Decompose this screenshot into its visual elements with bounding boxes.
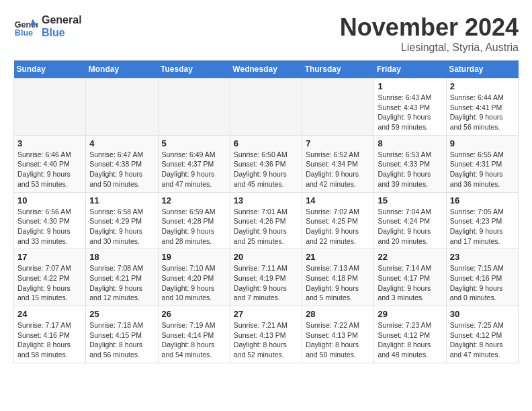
day-info: Sunrise: 7:01 AM Sunset: 4:26 PM Dayligh… [234,207,298,246]
day-number: 24 [17,309,82,319]
calendar-cell: 5Sunrise: 6:49 AM Sunset: 4:37 PM Daylig… [158,135,230,192]
calendar-cell: 2Sunrise: 6:44 AM Sunset: 4:41 PM Daylig… [446,79,518,136]
calendar-cell: 16Sunrise: 7:05 AM Sunset: 4:23 PM Dayli… [446,192,518,249]
day-number: 7 [306,138,370,148]
day-info: Sunrise: 7:11 AM Sunset: 4:19 PM Dayligh… [234,263,298,303]
title-area: November 2024 Liesingtal, Styria, Austri… [340,13,519,54]
weekday-header-sunday: Sunday [14,60,86,79]
calendar-cell [230,79,302,136]
header-area: General Blue General Blue November 2024 … [13,13,519,54]
calendar-cell: 14Sunrise: 7:02 AM Sunset: 4:25 PM Dayli… [302,192,374,249]
calendar-cell: 3Sunrise: 6:46 AM Sunset: 4:40 PM Daylig… [14,135,86,192]
weekday-header-thursday: Thursday [302,60,374,79]
day-info: Sunrise: 6:46 AM Sunset: 4:40 PM Dayligh… [17,150,82,189]
day-number: 12 [162,195,226,205]
day-number: 29 [378,309,442,319]
day-info: Sunrise: 7:04 AM Sunset: 4:24 PM Dayligh… [378,207,442,246]
weekday-header-friday: Friday [374,60,446,79]
calendar-cell: 7Sunrise: 6:52 AM Sunset: 4:34 PM Daylig… [302,135,374,192]
day-number: 21 [306,252,370,262]
day-info: Sunrise: 7:02 AM Sunset: 4:25 PM Dayligh… [306,207,370,246]
weekday-header-row: SundayMondayTuesdayWednesdayThursdayFrid… [14,60,519,79]
calendar-cell: 13Sunrise: 7:01 AM Sunset: 4:26 PM Dayli… [230,192,302,249]
calendar-cell: 4Sunrise: 6:47 AM Sunset: 4:38 PM Daylig… [86,135,158,192]
calendar-table: SundayMondayTuesdayWednesdayThursdayFrid… [13,60,519,363]
location-subtitle: Liesingtal, Styria, Austria [340,42,519,54]
calendar-cell: 1Sunrise: 6:43 AM Sunset: 4:43 PM Daylig… [374,79,446,136]
calendar-week-3: 10Sunrise: 6:56 AM Sunset: 4:30 PM Dayli… [14,192,519,249]
day-number: 30 [450,309,515,319]
day-number: 16 [450,195,515,205]
weekday-header-monday: Monday [86,60,158,79]
day-info: Sunrise: 6:55 AM Sunset: 4:31 PM Dayligh… [450,150,515,189]
day-info: Sunrise: 7:25 AM Sunset: 4:12 PM Dayligh… [450,320,515,360]
day-number: 4 [89,138,154,148]
day-number: 28 [306,309,370,319]
day-number: 5 [162,138,226,148]
calendar-cell: 29Sunrise: 7:23 AM Sunset: 4:12 PM Dayli… [374,306,446,363]
calendar-cell [158,79,230,136]
calendar-cell: 20Sunrise: 7:11 AM Sunset: 4:19 PM Dayli… [230,249,302,306]
weekday-header-saturday: Saturday [446,60,518,79]
day-info: Sunrise: 6:47 AM Sunset: 4:38 PM Dayligh… [89,150,154,189]
calendar-cell: 10Sunrise: 6:56 AM Sunset: 4:30 PM Dayli… [14,192,86,249]
day-info: Sunrise: 6:53 AM Sunset: 4:33 PM Dayligh… [378,150,442,189]
day-number: 18 [89,252,154,262]
day-info: Sunrise: 6:59 AM Sunset: 4:28 PM Dayligh… [162,207,226,246]
calendar-cell: 30Sunrise: 7:25 AM Sunset: 4:12 PM Dayli… [446,306,518,363]
day-number: 15 [378,195,442,205]
month-title: November 2024 [340,13,519,42]
day-number: 10 [17,195,82,205]
logo-general: General [42,13,82,26]
day-info: Sunrise: 6:58 AM Sunset: 4:29 PM Dayligh… [89,207,154,246]
day-info: Sunrise: 7:13 AM Sunset: 4:18 PM Dayligh… [306,263,370,303]
day-info: Sunrise: 7:21 AM Sunset: 4:13 PM Dayligh… [234,320,298,360]
calendar-cell [302,79,374,136]
day-info: Sunrise: 7:15 AM Sunset: 4:16 PM Dayligh… [450,263,515,303]
day-info: Sunrise: 6:44 AM Sunset: 4:41 PM Dayligh… [450,93,515,132]
day-info: Sunrise: 6:49 AM Sunset: 4:37 PM Dayligh… [162,150,226,189]
calendar-cell: 9Sunrise: 6:55 AM Sunset: 4:31 PM Daylig… [446,135,518,192]
calendar-cell: 6Sunrise: 6:50 AM Sunset: 4:36 PM Daylig… [230,135,302,192]
day-info: Sunrise: 7:14 AM Sunset: 4:17 PM Dayligh… [378,263,442,303]
day-info: Sunrise: 7:19 AM Sunset: 4:14 PM Dayligh… [162,320,226,360]
day-info: Sunrise: 7:05 AM Sunset: 4:23 PM Dayligh… [450,207,515,246]
calendar-week-5: 24Sunrise: 7:17 AM Sunset: 4:16 PM Dayli… [14,306,519,363]
day-info: Sunrise: 7:22 AM Sunset: 4:13 PM Dayligh… [306,320,370,360]
calendar-cell: 17Sunrise: 7:07 AM Sunset: 4:22 PM Dayli… [14,249,86,306]
day-number: 13 [234,195,298,205]
day-info: Sunrise: 7:07 AM Sunset: 4:22 PM Dayligh… [17,263,82,303]
weekday-header-tuesday: Tuesday [158,60,230,79]
calendar-cell [14,79,86,136]
calendar-cell: 26Sunrise: 7:19 AM Sunset: 4:14 PM Dayli… [158,306,230,363]
calendar-cell: 25Sunrise: 7:18 AM Sunset: 4:15 PM Dayli… [86,306,158,363]
weekday-header-wednesday: Wednesday [230,60,302,79]
calendar-cell: 8Sunrise: 6:53 AM Sunset: 4:33 PM Daylig… [374,135,446,192]
day-number: 23 [450,252,515,262]
day-info: Sunrise: 6:52 AM Sunset: 4:34 PM Dayligh… [306,150,370,189]
logo-icon: General Blue [13,14,38,38]
day-number: 1 [378,81,442,91]
logo-blue: Blue [42,26,82,39]
calendar-cell: 21Sunrise: 7:13 AM Sunset: 4:18 PM Dayli… [302,249,374,306]
day-number: 11 [89,195,154,205]
day-number: 20 [234,252,298,262]
calendar-cell: 28Sunrise: 7:22 AM Sunset: 4:13 PM Dayli… [302,306,374,363]
calendar-cell: 27Sunrise: 7:21 AM Sunset: 4:13 PM Dayli… [230,306,302,363]
day-info: Sunrise: 6:56 AM Sunset: 4:30 PM Dayligh… [17,207,82,246]
day-number: 14 [306,195,370,205]
day-number: 3 [17,138,82,148]
calendar-cell: 24Sunrise: 7:17 AM Sunset: 4:16 PM Dayli… [14,306,86,363]
day-number: 17 [17,252,82,262]
day-number: 25 [89,309,154,319]
calendar-cell: 15Sunrise: 7:04 AM Sunset: 4:24 PM Dayli… [374,192,446,249]
day-number: 2 [450,81,515,91]
day-info: Sunrise: 7:17 AM Sunset: 4:16 PM Dayligh… [17,320,82,360]
day-info: Sunrise: 7:08 AM Sunset: 4:21 PM Dayligh… [89,263,154,303]
day-info: Sunrise: 7:10 AM Sunset: 4:20 PM Dayligh… [162,263,226,303]
day-info: Sunrise: 6:43 AM Sunset: 4:43 PM Dayligh… [378,93,442,132]
day-number: 26 [162,309,226,319]
calendar-week-1: 1Sunrise: 6:43 AM Sunset: 4:43 PM Daylig… [14,79,519,136]
day-number: 19 [162,252,226,262]
day-number: 8 [378,138,442,148]
